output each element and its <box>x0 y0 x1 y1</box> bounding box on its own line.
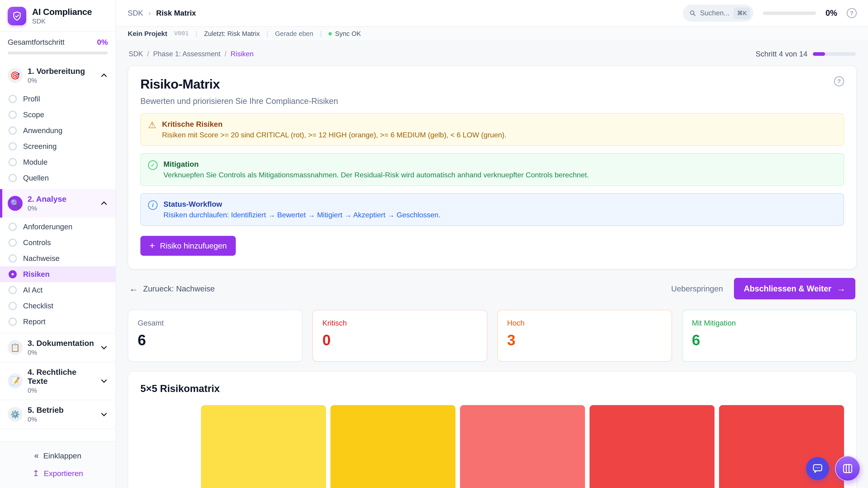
sidebar-item-risiken[interactable]: Risiken <box>0 266 116 282</box>
last-saved-time: Gerade eben <box>275 30 313 37</box>
card-help-icon[interactable]: ? <box>834 76 844 86</box>
stat-card-kritisch: Kritisch 0 <box>312 310 487 362</box>
sidebar-item-module[interactable]: Module <box>0 154 116 170</box>
sidebar-item-ai-act[interactable]: AI Act <box>0 282 116 298</box>
page-subtitle: Bewerten und priorisieren Sie Ihre Compl… <box>141 96 844 106</box>
matrix-cell[interactable] <box>201 405 326 488</box>
sidebar-item-screening[interactable]: Screening <box>0 138 116 154</box>
sidebar-section-analyse: 🔍 2. Analyse 0% Anforderungen Controls <box>0 189 116 333</box>
columns-panel-button[interactable] <box>835 456 860 481</box>
chevron-down-icon[interactable] <box>101 411 107 416</box>
sidebar-item-anwendung[interactable]: Anwendung <box>0 123 116 138</box>
radio-icon <box>8 238 17 247</box>
collapse-icon: « <box>34 451 39 460</box>
sidebar-nav: 🎯 1. Vorbereitung 0% Profil Scope <box>0 60 116 442</box>
chevron-up-icon[interactable] <box>101 201 107 207</box>
matrix-cell[interactable] <box>460 405 585 488</box>
chevron-down-icon[interactable] <box>101 344 107 349</box>
chevron-down-icon[interactable] <box>101 377 107 383</box>
sidebar-item-label: Risiken <box>23 270 50 279</box>
columns-icon <box>842 462 854 475</box>
page-crumb-phase[interactable]: Phase 1: Assessment <box>153 50 220 58</box>
clipboard-icon: 📋 <box>8 340 23 355</box>
chat-button[interactable] <box>806 457 829 480</box>
notice-status-workflow: i Status-Workflow Risiken durchlaufen: I… <box>141 193 844 226</box>
sidebar: AI Compliance SDK Gesamtfortschritt 0% 🎯… <box>0 0 116 488</box>
notice-body: Risiken durchlaufen: Identifiziert → Bew… <box>163 211 440 219</box>
step-progress-bar <box>813 52 856 56</box>
chevron-up-icon[interactable] <box>101 73 107 79</box>
last-step-text: Zuletzt: Risk Matrix <box>204 30 260 37</box>
matrix-cell[interactable] <box>331 405 456 488</box>
help-icon[interactable]: ? <box>847 8 857 18</box>
skip-button[interactable]: Ueberspringen <box>671 284 723 293</box>
section-header-dokumentation[interactable]: 📋 3. Dokumentation 0% <box>0 333 116 362</box>
radio-icon <box>8 127 17 135</box>
section-header-betrieb[interactable]: ⚙️ 5. Betrieb 0% <box>0 400 116 429</box>
add-risk-button[interactable]: + Risiko hinzufuegen <box>141 236 236 256</box>
page-title: Risiko-Matrix <box>141 76 220 92</box>
collapse-sidebar-button[interactable]: « Einklappen <box>34 451 81 460</box>
memo-icon: 📝 <box>8 373 23 388</box>
sidebar-item-scope[interactable]: Scope <box>0 107 116 123</box>
main-column: SDK › Risk Matrix Suchen... ⌘K 0% ? <box>116 0 868 488</box>
gear-icon: ⚙️ <box>8 407 23 422</box>
breadcrumb-root[interactable]: SDK <box>128 9 143 18</box>
content: SDK / Phase 1: Assessment / Risiken Schr… <box>116 41 868 488</box>
notice-mitigation: ✓ Mitigation Verknuepfen Sie Controls al… <box>141 153 844 186</box>
app-title-block: AI Compliance SDK <box>32 7 92 25</box>
wizard-nav-row: ← Zurueck: Nachweise Ueberspringen Absch… <box>129 278 855 299</box>
radio-icon <box>8 286 17 294</box>
search-input[interactable]: Suchen... ⌘K <box>683 4 753 22</box>
arrow-right-icon: → <box>837 284 845 293</box>
sidebar-item-label: Anwendung <box>23 126 62 135</box>
section-header-rechtliche-texte[interactable]: 📝 4. Rechtliche Texte 0% <box>0 362 116 400</box>
notice-critical-risks: ⚠ Kritische Risiken Risiken mit Score >=… <box>141 113 844 146</box>
page-crumb-sdk[interactable]: SDK <box>129 50 143 58</box>
sidebar-item-label: Scope <box>23 110 44 119</box>
app-logo-row: AI Compliance SDK <box>0 0 116 31</box>
risk-matrix-grid-card: 5×5 Risikomatrix <box>128 371 857 488</box>
overall-progress-value: 0% <box>97 38 108 46</box>
complete-continue-button[interactable]: Abschliessen & Weiter → <box>734 278 855 299</box>
sidebar-item-label: Checklist <box>23 302 53 310</box>
radio-icon <box>8 223 17 231</box>
notice-title: Kritische Risiken <box>162 120 506 129</box>
sidebar-item-quellen[interactable]: Quellen <box>0 170 116 186</box>
step-progress-fill <box>813 52 825 56</box>
sidebar-item-profil[interactable]: Profil <box>0 91 116 107</box>
header-progress-value: 0% <box>826 8 837 18</box>
sidebar-item-report[interactable]: Report <box>0 314 116 330</box>
app-root: AI Compliance SDK Gesamtfortschritt 0% 🎯… <box>0 0 868 488</box>
back-button[interactable]: ← Zurueck: Nachweise <box>129 284 215 294</box>
sidebar-item-anforderungen[interactable]: Anforderungen <box>0 219 116 235</box>
section-header-analyse[interactable]: 🔍 2. Analyse 0% <box>0 189 116 218</box>
radio-icon <box>8 158 17 166</box>
info-icon: i <box>148 200 158 210</box>
sidebar-item-label: Nachweise <box>23 254 59 263</box>
plus-icon: + <box>149 241 155 250</box>
section-pct: 0% <box>28 349 97 356</box>
stats-row: Gesamt 6 Kritisch 0 Hoch 3 Mit Mitigatio… <box>128 310 857 362</box>
sidebar-item-checklist[interactable]: Checklist <box>0 298 116 314</box>
notice-body: Risiken mit Score >= 20 sind CRITICAL (r… <box>162 131 506 139</box>
keyboard-shortcut-badge: ⌘K <box>734 7 750 19</box>
divider: | <box>320 30 322 37</box>
page-breadcrumb: SDK / Phase 1: Assessment / Risiken Schr… <box>129 50 856 58</box>
app-title: AI Compliance <box>32 7 92 17</box>
section-pct: 0% <box>28 205 97 212</box>
section-header-vorbereitung[interactable]: 🎯 1. Vorbereitung 0% <box>0 61 116 90</box>
radio-icon <box>8 254 17 263</box>
chevron-sep-icon: › <box>149 9 151 17</box>
export-button[interactable]: ↥ Exportieren <box>32 468 83 478</box>
matrix-cell[interactable] <box>590 405 715 488</box>
stat-value: 6 <box>138 331 292 349</box>
section-pct: 0% <box>28 77 97 84</box>
section-title: 1. Vorbereitung <box>28 67 97 76</box>
sidebar-item-label: Quellen <box>23 174 49 182</box>
topbar: SDK › Risk Matrix Suchen... ⌘K 0% ? <box>116 0 868 27</box>
stat-label: Mit Mitigation <box>692 319 847 327</box>
search-placeholder: Suchen... <box>700 9 730 17</box>
sidebar-item-controls[interactable]: Controls <box>0 235 116 251</box>
sidebar-item-nachweise[interactable]: Nachweise <box>0 251 116 266</box>
